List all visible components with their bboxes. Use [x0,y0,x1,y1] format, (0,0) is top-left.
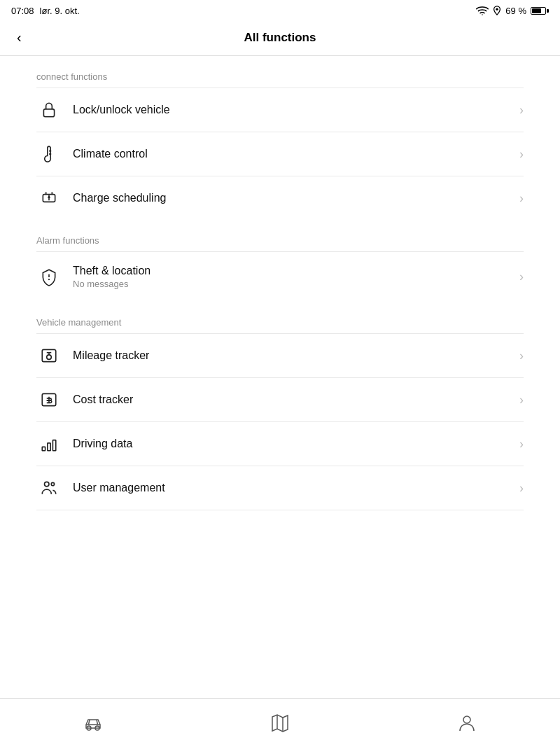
mileage-icon [36,347,62,365]
svg-point-1 [496,8,499,11]
list-item-driving-data[interactable]: Driving data › [36,421,524,466]
section-label-alarm: Alarm functions [36,220,524,251]
list-item-mileage-tracker[interactable]: Mileage tracker › [36,333,524,377]
car-icon [83,713,103,733]
status-time: 07:08 [11,6,34,16]
chevron-icon: › [519,393,524,407]
svg-point-11 [47,355,52,360]
svg-rect-14 [48,443,50,451]
thermometer-icon [36,145,62,163]
list-item-lock-unlock[interactable]: Lock/unlock vehicle › [36,88,524,132]
charge-icon [36,189,62,207]
status-date: lør. 9. okt. [40,6,80,16]
chevron-icon: › [519,437,524,452]
content-area: connect functions Lock/unlock vehicle › … [0,56,560,510]
svg-rect-13 [42,447,45,450]
chevron-icon: › [519,191,524,206]
svg-rect-2 [43,109,54,117]
chevron-icon: › [519,349,524,363]
driving-data-title: Driving data [73,438,514,450]
chevron-icon: › [519,270,524,284]
svg-point-17 [51,482,54,485]
user-icon [36,479,62,497]
alarm-icon [36,268,62,286]
lock-unlock-title: Lock/unlock vehicle [73,104,514,116]
list-item-charge-scheduling[interactable]: Charge scheduling › [36,176,524,220]
list-item-user-management[interactable]: User management › [36,466,524,510]
list-item-climate-control[interactable]: Climate control › [36,132,524,176]
car-tab[interactable] [0,699,187,747]
status-bar: 07:08 lør. 9. okt. 69 % [0,0,560,20]
svg-point-9 [48,279,49,279]
svg-point-0 [482,14,484,15]
battery-percent: 69 % [505,6,526,16]
location-icon [493,6,501,15]
svg-rect-15 [52,440,55,451]
cost-tracker-title: Cost tracker [73,393,514,406]
status-indicators: 69 % [476,6,549,16]
section-label-connect: connect functions [36,56,524,88]
charge-scheduling-title: Charge scheduling [73,192,514,204]
climate-control-title: Climate control [73,148,514,160]
bottom-tab-bar [0,698,560,747]
driving-icon [36,435,62,453]
theft-location-title: Theft & location [73,265,514,277]
section-label-vehicle: Vehicle management [36,302,524,333]
map-icon [270,713,290,733]
svg-point-22 [463,716,470,723]
wifi-icon [476,6,489,15]
back-button[interactable]: ‹ [11,27,27,48]
profile-icon [457,713,477,733]
lock-icon [36,101,62,119]
chevron-icon: › [519,103,524,118]
map-tab[interactable] [187,699,374,747]
battery-icon [531,7,549,15]
user-management-title: User management [73,482,514,494]
theft-location-subtitle: No messages [73,279,514,289]
page-header: ‹ All functions [0,20,560,56]
cost-icon [36,391,62,409]
svg-point-16 [45,482,50,487]
page-title: All functions [244,31,316,45]
list-item-cost-tracker[interactable]: Cost tracker › [36,377,524,421]
list-item-theft-location[interactable]: Theft & location No messages › [36,251,524,302]
chevron-icon: › [519,481,524,496]
mileage-tracker-title: Mileage tracker [73,349,514,362]
chevron-icon: › [519,147,524,162]
profile-tab[interactable] [373,699,560,747]
